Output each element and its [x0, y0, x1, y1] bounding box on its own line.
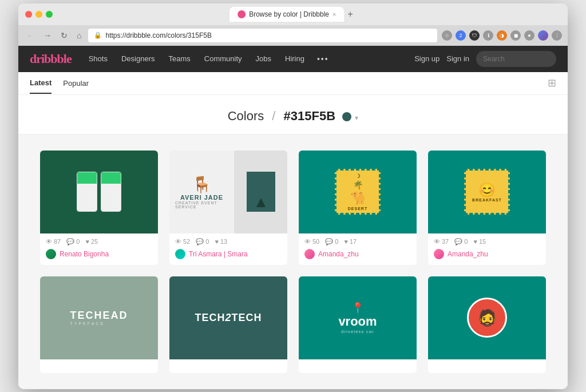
bookmark-icon[interactable]: ☆ [442, 30, 452, 41]
shot-meta [428, 359, 546, 373]
extension-icon-4[interactable]: ◑ [497, 30, 507, 41]
author-avatar [46, 249, 56, 259]
shot-card[interactable]: ☽ 🌴 🐪 DESERT 👁 50 💬 0 ♥ 17 [299, 151, 417, 265]
stamp-text: DESERT [348, 207, 367, 211]
browser-menu-button[interactable]: ⋮ [552, 30, 562, 41]
nav-more-button[interactable]: ••• [312, 54, 334, 64]
new-tab-button[interactable]: + [344, 9, 356, 19]
nav-jobs[interactable]: Jobs [250, 54, 277, 63]
shot-card[interactable]: 🧔 [428, 276, 546, 373]
search-input[interactable] [476, 51, 556, 67]
home-button[interactable]: ⌂ [74, 30, 84, 41]
site-nav: dribbble Shots Designers Teams Community… [18, 46, 568, 72]
extension-icon-3[interactable]: ℹ [483, 30, 493, 41]
extension-icon-6[interactable]: ● [524, 30, 534, 41]
likes-stat: ♥ 13 [215, 238, 227, 246]
extension-icon-1[interactable]: 2 [456, 30, 466, 41]
close-tab-button[interactable]: × [332, 11, 336, 18]
shot-card[interactable]: 🪑 AVERI JADE creative event service [169, 151, 287, 265]
shot-stats: 👁 52 💬 0 ♥ 13 [175, 238, 282, 246]
reload-button[interactable]: ↻ [58, 30, 70, 41]
sub-nav: Latest Popular ⊞ [18, 72, 568, 95]
shot-card[interactable]: 📍 vroom driveless car [299, 276, 417, 373]
user-avatar[interactable] [538, 30, 548, 41]
phone-2 [101, 172, 121, 212]
nav-shots[interactable]: Shots [83, 54, 113, 63]
shot-author[interactable]: Amanda_zhu [434, 249, 540, 259]
shot-grid: 👁 87 💬 0 ♥ 25 Renato Bigonha 🪑 [24, 134, 562, 389]
close-window-button[interactable] [25, 11, 32, 18]
minimize-window-button[interactable] [35, 11, 42, 18]
tech2tech-design: TECH2TECH [195, 312, 262, 324]
views-stat: 👁 50 [304, 238, 319, 246]
shot-card[interactable]: 😊 BREAKFAST 👁 37 💬 0 ♥ 15 Amanda_zhu [428, 151, 546, 265]
shot-thumbnail: TECHEAD TYPEFACE [40, 276, 158, 359]
breadcrumb-colors[interactable]: Colors [228, 109, 264, 123]
site-logo[interactable]: dribbble [30, 52, 72, 66]
tab-title: Browse by color | Dribbble [249, 10, 329, 18]
author-name: Amanda_zhu [318, 250, 359, 258]
sign-up-link[interactable]: Sign up [414, 54, 440, 63]
comments-stat: 💬 0 [196, 238, 209, 246]
extension-icon-2[interactable]: 🛡 [469, 30, 480, 41]
sign-in-link[interactable]: Sign in [446, 54, 469, 63]
url-bar[interactable]: 🔒 https://dribbble.com/colors/315F5B [88, 29, 437, 42]
back-button[interactable]: ← [24, 30, 37, 41]
likes-stat: ♥ 15 [473, 238, 486, 246]
palm-icon: 🌴 [353, 180, 363, 189]
grid-view-icon[interactable]: ⊞ [548, 77, 556, 89]
stamp-design: ☽ 🌴 🐪 DESERT [335, 169, 381, 215]
phone-mockup [77, 172, 121, 212]
shot-card[interactable]: 👁 87 💬 0 ♥ 25 Renato Bigonha [40, 151, 158, 265]
nav-teams[interactable]: Teams [163, 54, 196, 63]
phone-screen [77, 172, 97, 211]
brand-name: AVERI JADE [180, 194, 223, 201]
extension-icon-5[interactable]: ◼ [510, 30, 521, 41]
shot-author[interactable]: Renato Bigonha [46, 249, 152, 259]
vroom-text: vroom [338, 314, 377, 329]
brand-design: 🪑 AVERI JADE creative event service [169, 151, 287, 233]
tab-popular[interactable]: Popular [63, 73, 89, 93]
nav-community[interactable]: Community [199, 54, 248, 63]
forward-button[interactable]: → [41, 30, 54, 41]
chair-icon: 🪑 [192, 175, 212, 194]
shot-meta [169, 359, 287, 373]
shot-stats: 👁 50 💬 0 ♥ 17 [304, 238, 411, 246]
page-header: Colors / #315F5B ▾ [18, 95, 568, 134]
comments-stat: 💬 0 [325, 238, 338, 246]
shot-stats: 👁 87 💬 0 ♥ 25 [46, 238, 152, 246]
shot-card[interactable]: TECH2TECH [169, 276, 287, 373]
shot-meta: 👁 37 💬 0 ♥ 15 Amanda_zhu [428, 233, 546, 265]
shot-thumbnail: ☽ 🌴 🐪 DESERT [299, 151, 417, 233]
techead-text: TECHEAD [70, 310, 128, 322]
author-name: Tri Asmara | Smara [189, 250, 248, 258]
phone-screen-2 [101, 172, 121, 211]
shot-meta [299, 359, 417, 373]
techead-sub: TYPEFACE [70, 322, 128, 326]
shot-author[interactable]: Amanda_zhu [304, 249, 411, 259]
likes-stat: ♥ 25 [85, 238, 98, 246]
nav-right: Sign up Sign in [414, 51, 556, 67]
face-icon: 😊 [478, 182, 496, 198]
shot-meta: 👁 52 💬 0 ♥ 13 Tri Asmara | Smara [169, 233, 287, 265]
shot-author[interactable]: Tri Asmara | Smara [175, 249, 282, 259]
color-code: #315F5B [284, 109, 336, 123]
shot-card[interactable]: TECHEAD TYPEFACE [40, 276, 158, 373]
vroom-icon: 📍 [338, 302, 377, 314]
active-tab[interactable]: Browse by color | Dribbble × [229, 7, 344, 22]
likes-stat: ♥ 17 [344, 238, 357, 246]
page-title: Colors / #315F5B ▾ [228, 109, 359, 123]
nav-hiring[interactable]: Hiring [279, 54, 310, 63]
shot-thumbnail: 😊 BREAKFAST [428, 151, 546, 233]
color-dot [342, 112, 351, 121]
shot-stats: 👁 37 💬 0 ♥ 15 [434, 238, 540, 246]
shot-meta: 👁 50 💬 0 ♥ 17 Amanda_zhu [299, 233, 417, 265]
maximize-window-button[interactable] [46, 11, 53, 18]
dark-square [247, 172, 275, 212]
address-bar: ← → ↻ ⌂ 🔒 https://dribbble.com/colors/31… [18, 25, 568, 46]
tab-latest[interactable]: Latest [30, 73, 52, 94]
stamp-inner: ☽ 🌴 🐪 DESERT [348, 173, 367, 211]
shot-thumbnail [40, 151, 158, 233]
color-dropdown-arrow[interactable]: ▾ [355, 114, 358, 122]
nav-designers[interactable]: Designers [116, 54, 161, 63]
